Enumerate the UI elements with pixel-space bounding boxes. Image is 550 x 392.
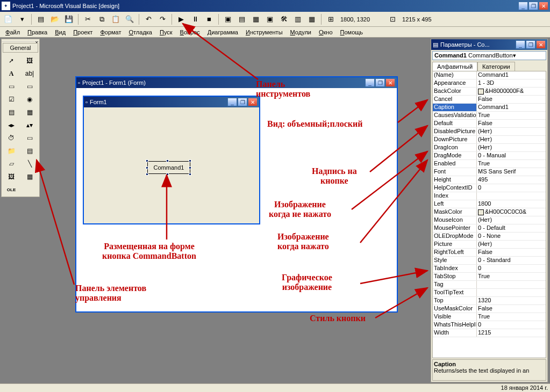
commandbutton-tool-icon[interactable]: ▭ <box>21 81 38 92</box>
data-tool-icon[interactable]: ▦ <box>21 171 38 183</box>
property-row[interactable]: Height495 <box>433 176 546 184</box>
props-maximize-button[interactable]: ❐ <box>526 40 535 49</box>
project-explorer-icon[interactable]: ▣ <box>222 13 234 25</box>
property-row[interactable]: CaptionCommand1 <box>433 104 546 112</box>
property-row[interactable]: WhatsThisHelpID0 <box>433 321 546 329</box>
property-row[interactable]: FontMS Sans Serif <box>433 168 546 176</box>
property-row[interactable]: TabStopTrue <box>433 273 546 281</box>
property-row[interactable]: EnabledTrue <box>433 160 546 168</box>
form1-minimize-button[interactable]: _ <box>227 98 237 106</box>
property-row[interactable]: MaskColor&H00C0C0C0& <box>433 208 546 216</box>
save-icon[interactable]: 💾 <box>63 13 75 25</box>
ole-tool-icon[interactable]: OLE <box>3 184 20 195</box>
property-row[interactable]: RightToLeftFalse <box>433 249 546 257</box>
menu-help[interactable]: Помощь <box>337 28 367 37</box>
command1-button[interactable]: Command1 <box>147 161 190 174</box>
property-row[interactable]: Width1215 <box>433 329 546 337</box>
properties-titlebar[interactable]: ▤ Параметры - Co... _ ❐ ✕ <box>431 39 547 50</box>
vscroll-tool-icon[interactable]: ▴▾ <box>21 119 38 131</box>
designer-close-button[interactable]: ✕ <box>385 78 395 87</box>
property-row[interactable]: DefaultFalse <box>433 120 546 128</box>
property-row[interactable]: OLEDropMode0 - None <box>433 233 546 241</box>
form1-maximize-button[interactable]: ❐ <box>238 98 247 106</box>
shape-tool-icon[interactable]: ▱ <box>3 158 20 170</box>
resize-handle[interactable] <box>166 173 169 176</box>
menu-editor-icon[interactable]: ▤ <box>35 13 47 25</box>
timer-tool-icon[interactable]: ⏱ <box>3 132 20 144</box>
resize-handle[interactable] <box>146 166 148 169</box>
properties-list[interactable]: (Name)Command1Appearance1 - 3DBackColor&… <box>432 71 546 358</box>
property-row[interactable]: MouseIcon(Нет) <box>433 216 546 224</box>
property-row[interactable]: TabIndex0 <box>433 265 546 273</box>
menu-file[interactable]: Файл <box>2 28 23 37</box>
resize-handle[interactable] <box>189 166 191 169</box>
resize-handle[interactable] <box>146 159 148 162</box>
menu-view[interactable]: Вид <box>52 28 69 37</box>
menu-edit[interactable]: Правка <box>24 28 51 37</box>
property-row[interactable]: VisibleTrue <box>433 313 546 321</box>
object-selector[interactable]: Command1 CommandButton ▾ <box>432 51 546 60</box>
property-row[interactable]: DragMode0 - Manual <box>433 152 546 160</box>
property-row[interactable]: DownPicture(Нет) <box>433 136 546 144</box>
property-row[interactable]: Style0 - Standard <box>433 257 546 265</box>
start-icon[interactable]: ▶ <box>175 13 187 25</box>
menu-tools[interactable]: Инструменты <box>242 28 286 37</box>
form1-designer[interactable]: ▫ Form1 _ ❐ ✕ Command1 <box>83 96 260 224</box>
designer-minimize-button[interactable]: _ <box>365 78 375 87</box>
pointer-tool-icon[interactable]: ➚ <box>3 55 20 67</box>
property-row[interactable]: CancelFalse <box>433 96 546 104</box>
tab-categorized[interactable]: Категории <box>477 62 515 71</box>
add-project-icon[interactable]: 📄 <box>2 13 14 25</box>
designer-maximize-button[interactable]: ❐ <box>375 78 385 87</box>
resize-handle[interactable] <box>146 173 148 176</box>
image-tool-icon[interactable]: 🖼 <box>3 171 20 183</box>
listbox-tool-icon[interactable]: ▦ <box>21 106 38 118</box>
toolbox-tab[interactable]: General <box>3 43 38 53</box>
pause-icon[interactable]: ⏸ <box>189 13 201 25</box>
property-row[interactable]: Index <box>433 192 546 200</box>
property-row[interactable]: MousePointer0 - Default <box>433 224 546 233</box>
menu-addins[interactable]: Модули <box>287 28 315 37</box>
dirlist-tool-icon[interactable]: 📁 <box>3 145 20 157</box>
menu-project[interactable]: Проект <box>70 28 96 37</box>
paste-icon[interactable]: 📋 <box>110 13 122 25</box>
drivelist-tool-icon[interactable]: ▭ <box>21 132 38 144</box>
props-minimize-button[interactable]: _ <box>516 40 525 49</box>
combobox-tool-icon[interactable]: ▤ <box>3 106 20 118</box>
optionbutton-tool-icon[interactable]: ◉ <box>21 93 38 105</box>
copy-icon[interactable]: ⧉ <box>96 13 108 25</box>
open-icon[interactable]: 📂 <box>49 13 61 25</box>
object-browser-icon[interactable]: ▣ <box>264 13 276 25</box>
minimize-button[interactable]: _ <box>518 2 528 10</box>
picturebox-tool-icon[interactable]: 🖼 <box>21 55 38 67</box>
maximize-button[interactable]: ❐ <box>528 2 538 10</box>
property-row[interactable]: DisabledPicture(Нет) <box>433 128 546 136</box>
hscroll-tool-icon[interactable]: ◂▸ <box>3 119 20 131</box>
resize-handle[interactable] <box>189 173 191 176</box>
properties-icon[interactable]: ▤ <box>236 13 248 25</box>
property-row[interactable]: Top1320 <box>433 297 546 305</box>
property-row[interactable]: BackColor&H8000000F& <box>433 88 546 96</box>
property-row[interactable]: Appearance1 - 3D <box>433 79 546 88</box>
label-tool-icon[interactable]: A <box>3 68 20 79</box>
props-close-button[interactable]: ✕ <box>536 40 546 49</box>
form1-titlebar[interactable]: ▫ Form1 _ ❐ ✕ <box>84 97 259 107</box>
menu-window[interactable]: Окно <box>316 28 336 37</box>
textbox-tool-icon[interactable]: ab| <box>21 68 38 79</box>
menu-run[interactable]: Пуск <box>156 28 176 37</box>
property-row[interactable]: Left1800 <box>433 200 546 208</box>
designer-titlebar[interactable]: ▫ Project1 - Form1 (Form) _ ❐ ✕ <box>76 77 397 88</box>
menu-query[interactable]: Вопрос <box>177 28 203 37</box>
property-row[interactable]: UseMaskColorFalse <box>433 305 546 313</box>
property-row[interactable]: (Name)Command1 <box>433 71 546 79</box>
resize-handle[interactable] <box>166 159 169 162</box>
property-row[interactable]: DragIcon(Нет) <box>433 144 546 152</box>
line-tool-icon[interactable]: ╲ <box>21 158 38 170</box>
property-row[interactable]: CausesValidationTrue <box>433 112 546 120</box>
toolbox-icon[interactable]: 🛠 <box>278 13 290 25</box>
undo-icon[interactable]: ↶ <box>142 13 154 25</box>
property-row[interactable]: HelpContextID0 <box>433 184 546 192</box>
property-row[interactable]: Tag <box>433 281 546 289</box>
redo-icon[interactable]: ↷ <box>156 13 168 25</box>
find-icon[interactable]: 🔍 <box>124 13 135 25</box>
